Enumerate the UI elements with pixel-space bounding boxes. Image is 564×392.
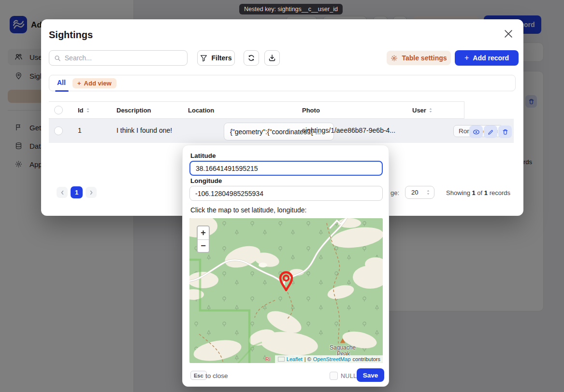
null-checkbox[interactable] [330,372,338,380]
chevron-left-icon [60,190,64,195]
esc-key-badge: Esc [190,371,207,380]
select-all-checkbox[interactable] [54,106,63,114]
zoom-out-button[interactable]: − [198,240,209,253]
search-input[interactable] [49,50,188,66]
map-tiles [189,218,383,363]
refresh-button[interactable] [244,50,259,66]
ukraine-flag-icon [278,357,285,362]
prev-page-button[interactable] [57,187,68,198]
eye-icon [473,129,480,135]
download-icon [268,54,276,62]
latitude-input[interactable] [189,161,383,176]
stepper-arrows-icon [426,190,430,195]
longitude-input[interactable] [189,186,383,201]
sort-icon[interactable] [86,108,90,113]
column-header-id[interactable]: Id [78,107,90,114]
esc-hint-text: to close [205,372,228,379]
plus-icon: + [464,54,469,62]
edit-row-button[interactable] [484,126,497,138]
view-row-button[interactable] [469,126,483,138]
search-icon [54,55,61,62]
page-size-label-fragment: ge: [390,189,399,196]
views-tab-bar: All + Add view [49,75,516,91]
active-tab-underline [55,90,69,92]
column-header-description[interactable]: Description [116,107,151,114]
nested-key-tooltip: Nested key: sightings__c__user_id [239,4,343,14]
map-zoom-control: + − [197,225,210,253]
tab-all[interactable]: All [57,79,66,86]
sort-icon[interactable] [429,108,433,113]
table-header: Id Description Location Photo User [49,101,464,119]
map-label-peak-name: Saguache [330,344,356,351]
save-button[interactable]: Save [357,368,384,382]
page-size-stepper[interactable]: 20 [405,186,434,199]
download-button[interactable] [264,50,280,66]
refresh-icon [247,54,255,62]
leaflet-link[interactable]: Leaflet [287,356,303,362]
chevron-right-icon [89,190,93,195]
showing-records-text: Showing 1 of 1 records [446,189,510,196]
column-header-photo[interactable]: Photo [302,107,320,114]
page-number-button[interactable]: 1 [71,186,83,198]
map-hint-text: Click the map to set latitude, longitude… [190,206,306,214]
plus-icon: + [77,80,81,87]
modal-title: Sightings [49,29,93,41]
filters-button[interactable]: Filters [197,50,235,66]
delete-row-button[interactable] [498,126,512,138]
add-view-button[interactable]: + Add view [72,78,116,88]
null-label: NULL [341,373,357,379]
map-attribution: Leaflet | © OpenStreetMap contributors [275,355,383,363]
trash-icon [502,129,508,135]
openstreetmap-link[interactable]: OpenStreetMap [313,356,351,362]
longitude-label: Longitude [190,177,222,184]
cell-photo[interactable]: sightings/1/aee86b87-9e6b-4... [302,126,395,134]
pencil-icon [488,129,494,135]
close-icon[interactable] [505,30,514,40]
next-page-button[interactable] [86,187,97,198]
latitude-label: Latitude [190,152,216,159]
leaflet-map[interactable]: + − Saguache Peak Ri Leaflet | © OpenStr… [189,218,383,363]
cell-description[interactable]: I think I found one! [116,126,172,134]
cell-id[interactable]: 1 [78,126,82,134]
filter-funnel-icon [200,55,207,62]
add-record-button[interactable]: + Add record [455,50,519,66]
table-row[interactable]: 1 I think I found one! {"geometry":{"coo… [49,119,514,143]
row-checkbox[interactable] [54,126,63,135]
map-label-red-fragment: Ri [265,356,270,362]
table-settings-button[interactable]: Table settings [387,51,451,65]
gear-icon [390,55,398,62]
column-header-user[interactable]: User [412,107,433,114]
zoom-in-button[interactable]: + [198,226,209,239]
location-editor-popover: Latitude Longitude Click the map to set … [182,145,389,387]
column-header-location[interactable]: Location [188,107,214,114]
